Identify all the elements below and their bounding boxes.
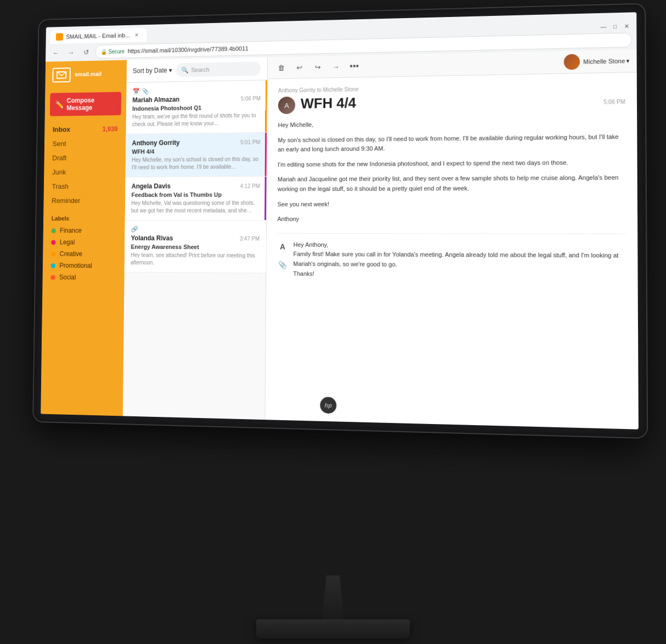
monitor-body: SMAIL.MAIL - Email inb... ✕ — □ ✕ ← → ↺ <box>33 4 647 438</box>
reply-section: A 📎 Hey Anthony, Family first! Make sure… <box>277 233 626 281</box>
tab-close-button[interactable]: ✕ <box>133 31 140 39</box>
email-time-2: 5:01 PM <box>240 139 260 145</box>
finance-dot <box>51 228 55 233</box>
email-header-2: Anthony Gorrity 5:01 PM <box>132 138 261 147</box>
svg-rect-0 <box>57 72 66 78</box>
email-header-1: Mariah Almazan 5:06 PM <box>132 94 261 104</box>
reminder-label: Reminder <box>52 196 80 205</box>
user-dropdown-icon[interactable]: ▾ <box>626 57 629 64</box>
reply-body: Hey Anthony, Family first! Make sure you… <box>293 240 626 281</box>
email-item-3[interactable]: Angela Davis 4:12 PM Feedback from Val i… <box>125 177 267 221</box>
email-subject-1: Indonesia Photoshoot Q1 <box>132 104 261 112</box>
app-content: smail.mail ✏️ Compose Message Inbox 1,93… <box>41 49 639 430</box>
label-item-finance[interactable]: Finance <box>51 225 116 236</box>
link-icon: 🔗 <box>131 226 138 233</box>
email-item-1[interactable]: 📅 📎 Mariah Almazan 5:06 PM Indonesia Pho… <box>126 80 267 134</box>
sort-dropdown[interactable]: Sort by Date ▾ <box>133 66 172 75</box>
hp-logo: hp <box>320 397 336 414</box>
stand-neck <box>311 575 355 619</box>
sidebar-item-sent[interactable]: Sent <box>44 136 126 151</box>
email-detail-subject: WFH 4/4 <box>301 94 356 112</box>
avatar-image <box>564 54 580 70</box>
labels-title: Labels <box>52 215 117 222</box>
junk-label: Junk <box>52 168 66 176</box>
draft-label: Draft <box>52 154 66 162</box>
sidebar: smail.mail ✏️ Compose Message Inbox 1,93… <box>41 60 127 416</box>
stand-base <box>256 619 410 639</box>
email-body: Hey Michelle, My son's school is closed … <box>278 116 626 224</box>
creative-dot <box>51 251 55 256</box>
sidebar-item-trash[interactable]: Trash <box>44 179 126 194</box>
legal-dot <box>51 240 55 245</box>
font-icon: A <box>277 241 288 252</box>
reply-all-button[interactable]: ↪ <box>311 60 325 74</box>
detail-content: Anthony Gorrity to Michelle Stone A WFH … <box>266 72 639 430</box>
user-info: Michelle Stone ▾ <box>564 53 630 70</box>
monitor-stand <box>256 575 410 639</box>
email-preview-4: Hey team, see attached! Print before our… <box>131 252 259 268</box>
reload-button[interactable]: ↺ <box>80 46 92 58</box>
minimize-button[interactable]: — <box>598 22 608 31</box>
back-button[interactable]: ← <box>49 46 61 59</box>
logo-text: smail.mail <box>75 71 101 78</box>
email-time-4: 3:47 PM <box>240 235 259 241</box>
monitor-indicator <box>631 426 635 429</box>
email-detail-panel: 🗑 ↩ ↪ → ••• Michelle Stone ▾ <box>266 49 639 430</box>
sidebar-item-draft[interactable]: Draft <box>44 150 126 165</box>
email-time-3: 4:12 PM <box>240 183 260 189</box>
inbox-label: Inbox <box>53 126 70 134</box>
search-placeholder: Search <box>191 66 209 73</box>
power-light <box>631 426 635 429</box>
paperclip-icon: 📎 <box>277 259 288 270</box>
tab-favicon <box>56 33 63 41</box>
forward-button[interactable]: → <box>329 59 343 74</box>
attachment-icon: 📎 <box>142 88 149 95</box>
browser-tab-active[interactable]: SMAIL.MAIL - Email inb... ✕ <box>50 28 146 44</box>
email-subject-3: Feedback from Val is Thumbs Up <box>131 191 259 199</box>
email-item-2[interactable]: Anthony Gorrity 5:01 PM WFH 4/4 Hey Mich… <box>126 133 267 177</box>
secure-badge: 🔒 Secure <box>101 48 125 55</box>
sidebar-item-inbox[interactable]: Inbox 1,939 <box>44 121 126 137</box>
promotional-dot <box>51 263 55 268</box>
sidebar-logo: smail.mail <box>45 60 127 89</box>
search-bar[interactable]: 🔍 Search <box>176 61 261 77</box>
forward-button[interactable]: → <box>65 46 77 59</box>
label-item-creative[interactable]: Creative <box>51 248 116 260</box>
email-time-1: 5:06 PM <box>241 95 261 101</box>
email-item-4[interactable]: 🔗 Yolanda Rivas 3:47 PM Energy Awareness… <box>125 221 266 273</box>
url-text: https://smail.mail/10300/nrgdrive/77389.… <box>128 45 249 54</box>
email-subject-4: Energy Awareness Sheet <box>131 244 259 251</box>
delete-button[interactable]: 🗑 <box>274 60 287 75</box>
body-p1: Hey Michelle, <box>278 116 625 130</box>
label-item-social[interactable]: Social <box>50 272 116 284</box>
sidebar-item-junk[interactable]: Junk <box>44 165 126 179</box>
email-subject-2: WFH 4/4 <box>132 148 260 155</box>
email-icons-4: 🔗 <box>131 226 260 233</box>
reply-p2: Family first! Make sure you call in for … <box>293 250 626 271</box>
maximize-button[interactable]: □ <box>610 21 620 31</box>
close-button[interactable]: ✕ <box>622 21 632 31</box>
label-item-legal[interactable]: Legal <box>51 236 116 248</box>
compose-button[interactable]: ✏️ Compose Message <box>50 92 121 116</box>
sort-chevron-icon: ▾ <box>169 66 172 74</box>
trash-label: Trash <box>52 182 69 190</box>
logo-icon <box>52 67 70 82</box>
legal-label: Legal <box>60 239 75 246</box>
inbox-badge: 1,939 <box>103 125 118 133</box>
email-sender-3: Angela Davis <box>132 183 171 190</box>
secure-label: Secure <box>109 48 125 54</box>
tab-title: SMAIL.MAIL - Email inb... <box>66 32 129 39</box>
email-stripe-3 <box>264 177 266 220</box>
more-options-button[interactable]: ••• <box>347 59 362 73</box>
nav-section: Inbox 1,939 Sent Draft Junk <box>43 120 126 210</box>
compose-icon: ✏️ <box>55 100 64 109</box>
email-list-panel: Sort by Date ▾ 🔍 Search 📅 📎 <box>123 57 268 420</box>
screen: SMAIL.MAIL - Email inb... ✕ — □ ✕ ← → ↺ <box>41 12 639 429</box>
window-controls: — □ ✕ <box>598 21 631 31</box>
label-item-promotional[interactable]: Promotional <box>51 259 116 272</box>
search-icon: 🔍 <box>181 66 188 74</box>
sidebar-item-reminder[interactable]: Reminder <box>43 193 125 207</box>
body-p4: Mariah and Jacqueline got me their prior… <box>278 173 626 194</box>
body-p6: Anthony <box>278 214 626 224</box>
reply-button[interactable]: ↩ <box>292 60 307 75</box>
